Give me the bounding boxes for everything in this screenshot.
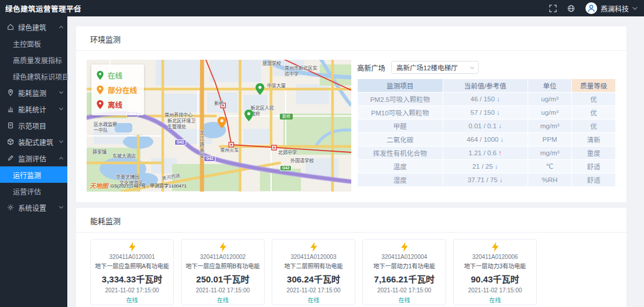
pin-green-icon [97, 71, 104, 80]
chevron-down-icon [59, 204, 63, 209]
trend-up-icon: ↑ [498, 149, 502, 156]
sidebar-item-system-settings[interactable]: 系统设置 [0, 199, 67, 216]
trend-down-icon: ↓ [496, 95, 500, 103]
chevron-down-icon [59, 106, 63, 110]
meter-id: 320411A0120006 [472, 254, 518, 260]
energy-meter-card: 320411A0120001 地下一层应急照明A有功电能 3,334.33千瓦时… [90, 239, 174, 305]
top-bar: 绿色建筑运营管理平台 燕澜科技 [0, 0, 644, 16]
location-select[interactable]: 高新广场12楼电梯厅 [391, 61, 479, 74]
meter-id: 320411A0120001 [109, 254, 155, 260]
map-label: 东坡大酒店 [112, 154, 136, 159]
col-header-unit: 单位 [528, 79, 572, 93]
map-label: 中吴大厦 [267, 83, 286, 89]
sidebar-item-monitor-eval[interactable]: 监测评估 [0, 150, 67, 166]
sidebar-item-label-projects[interactable]: 绿色建筑标识项目 [0, 68, 67, 84]
table-row: 湿度 37.71 / 75 ↓ %RH舒适 [358, 173, 616, 187]
meter-id: 320411A0120004 [381, 254, 427, 260]
sidebar: 绿色建筑 主控面板 高质量发展指标 绿色建筑标识项目 能耗监测 能耗统计 示范项… [0, 16, 67, 307]
lightning-icon [128, 242, 136, 252]
map-badge: 新桥 [280, 114, 293, 120]
trend-down-icon: ↓ [496, 109, 500, 116]
table-row: 甲醛 0.01 / 0.1 ↓ mg/m³优 [358, 120, 616, 133]
lightning-icon [491, 242, 499, 252]
sidebar-item-demo-projects[interactable]: 示范项目 [0, 117, 67, 134]
col-header-value: 当前值/参考值 [443, 79, 528, 93]
table-header-row: 监测项目 当前值/参考值 单位 质量等级 [358, 79, 616, 93]
meter-name: 地下一层应急照明A有功电能 [95, 261, 169, 270]
user-menu[interactable]: 燕澜科技 [585, 2, 636, 14]
meter-value: 3,334.33千瓦时 [102, 272, 162, 285]
meter-value: 7,166.21千瓦时 [374, 272, 434, 285]
table-row: PM10可吸入颗粒物 57 / 150 ↓ ug/m³优 [358, 106, 616, 120]
lightning-icon [219, 242, 227, 252]
map-label: 华夏艺博园 [116, 175, 139, 180]
chevron-down-icon [632, 5, 637, 9]
table-row: 挥发性有机化合物 1.21 / 0.6 ↑ mg/m³重度 [358, 146, 616, 160]
pencil-icon [7, 155, 15, 162]
sidebar-item-energy-monitor[interactable]: 能耗监测 [0, 84, 67, 101]
map-canvas[interactable]: 旅游学校 常州市新北区实验中学 中吴大厦 新桥 新桥 新北区人民政府 常州养排中… [87, 60, 351, 192]
sidebar-item-operation-eval[interactable]: 运营评估 [0, 183, 67, 199]
menu-fold-icon[interactable] [73, 5, 81, 12]
meter-time: 2021-11-02 17:15:00 [196, 287, 249, 294]
fullscreen-icon[interactable] [549, 5, 557, 12]
map-pin-partial-icon[interactable] [217, 117, 227, 131]
energy-meter-card: 320411A0120004 地下一层动力1有功电能 7,166.21千瓦时 2… [362, 239, 446, 305]
legend-online: 在线 [97, 68, 137, 83]
chevron-up-icon [59, 157, 63, 161]
status-badge: 在线 [217, 295, 229, 304]
map-road-label: 龙江路高架 [198, 130, 204, 159]
table-row: 二氧化碳 464 / 1000 ↓ PPM清新 [358, 133, 616, 146]
status-badge: 在线 [126, 295, 138, 304]
meter-value: 250.01千瓦时 [196, 272, 249, 285]
lightning-icon [400, 242, 409, 252]
meter-id: 320411A0120003 [290, 254, 336, 260]
lightning-icon [310, 242, 318, 252]
meter-time: 2021-11-02 17:15:00 [377, 287, 431, 294]
energy-section-title: 能耗监测 [76, 208, 626, 233]
meter-name: 地下二层照明有功电能 [285, 261, 343, 270]
gear-icon [7, 204, 15, 211]
main-content: 环境监测 [67, 16, 644, 307]
bar-chart-icon [7, 105, 15, 112]
meter-name: 地下一层动力3有功电能 [464, 261, 526, 270]
meter-name: 地下一层动力1有功电能 [374, 261, 436, 270]
meter-id: 320411A0120002 [200, 254, 245, 260]
sidebar-item-green-building[interactable]: 绿色建筑 [0, 19, 67, 35]
app-title: 绿色建筑运营管理平台 [0, 3, 67, 14]
energy-meter-card: 320411A0120003 地下二层照明有功电能 306.24千瓦时 2021… [272, 239, 355, 305]
sidebar-item-quality-index[interactable]: 高质量发展指标 [0, 52, 67, 68]
chevron-down-icon [59, 90, 63, 94]
tianditu-logo: 天地图 [90, 181, 108, 190]
status-badge: 在线 [308, 295, 320, 304]
status-badge: 在线 [399, 295, 410, 304]
trend-down-icon: ↓ [501, 136, 504, 143]
env-table: 监测项目 当前值/参考值 单位 质量等级 PM2.5可吸入颗粒物 46 / 15… [357, 79, 616, 187]
map-badge-g42: G42 [174, 139, 186, 145]
map-attribution: 天地图 GS(2021)1487号 - 甲测资字1100471 [90, 181, 187, 190]
chevron-up-icon [59, 26, 63, 30]
map-pin-online-icon[interactable] [255, 83, 265, 97]
energy-meter-card: 320411A0120002 地下一层应急照明B有功电能 250.01千瓦时 2… [181, 239, 265, 305]
location-pin-icon [7, 89, 15, 96]
sidebar-item-energy-stats[interactable]: 能耗统计 [0, 101, 67, 117]
map-pin-online-icon[interactable] [244, 110, 254, 124]
energy-monitor-card: 能耗监测 320411A0120001 地下一层应急照明A有功电能 3,334.… [76, 208, 626, 307]
env-section-title: 环境监测 [76, 26, 626, 51]
map-label: 旅游学校 [262, 61, 281, 67]
map-badge-g42: G42 [204, 156, 215, 162]
sidebar-item-prefab-building[interactable]: 装配式建筑 [0, 134, 67, 150]
sidebar-item-main-dashboard[interactable]: 主控面板 [0, 35, 67, 52]
sidebar-item-run-monitor[interactable]: 运行监测 [0, 166, 67, 183]
home-icon [7, 23, 15, 30]
meter-value: 306.24千瓦时 [287, 272, 340, 285]
map-label: 外国语学校 [290, 158, 314, 164]
map-label: 区水政监察一中队 [94, 122, 119, 133]
document-icon [7, 122, 15, 129]
trend-down-icon: ↓ [499, 176, 503, 183]
col-header-grade: 质量等级 [572, 79, 616, 93]
col-header-item: 监测项目 [358, 79, 443, 93]
site-label: 高新广场 [357, 63, 385, 73]
user-name: 燕澜科技 [601, 4, 629, 13]
globe-icon[interactable] [567, 5, 575, 12]
